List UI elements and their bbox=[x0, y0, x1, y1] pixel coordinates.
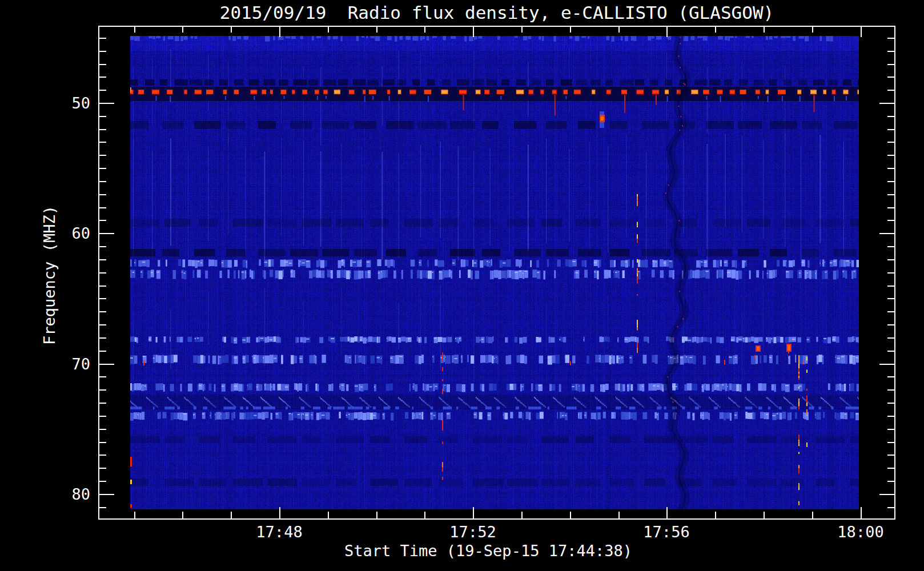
y-axis-minor-tick-right bbox=[887, 246, 895, 247]
y-axis-minor-tick-right bbox=[887, 51, 895, 52]
x-axis-major-tick bbox=[666, 507, 668, 518]
y-axis-minor-tick bbox=[98, 64, 106, 65]
y-axis-minor-tick-right bbox=[887, 272, 895, 274]
x-axis-minor-tick bbox=[376, 512, 377, 518]
y-axis-minor-tick bbox=[98, 116, 106, 117]
y-tick-label: 50 bbox=[33, 94, 90, 112]
y-axis-minor-tick bbox=[98, 207, 106, 208]
y-axis-major-tick bbox=[98, 233, 114, 234]
y-axis-minor-tick bbox=[98, 168, 106, 169]
x-axis-major-tick-top bbox=[473, 26, 474, 37]
x-axis-label: Start Time (19-Sep-15 17:44:38) bbox=[317, 542, 660, 560]
x-axis-minor-tick bbox=[134, 512, 135, 518]
y-axis-minor-tick bbox=[98, 337, 106, 339]
y-axis-minor-tick bbox=[98, 90, 106, 91]
x-axis-major-tick bbox=[473, 507, 474, 518]
y-axis-minor-tick-right bbox=[887, 507, 895, 508]
x-axis-major-tick-top bbox=[666, 26, 668, 37]
x-axis-minor-tick bbox=[424, 512, 425, 518]
y-axis-minor-tick bbox=[98, 376, 106, 377]
x-axis-minor-tick bbox=[812, 512, 813, 518]
y-axis-minor-tick-right bbox=[887, 64, 895, 65]
y-axis-minor-tick bbox=[98, 507, 106, 508]
x-axis-minor-tick bbox=[182, 512, 183, 518]
y-axis-minor-tick bbox=[98, 298, 106, 299]
y-axis-major-tick-right bbox=[879, 103, 895, 104]
y-axis-minor-tick bbox=[98, 324, 106, 325]
y-axis-minor-tick-right bbox=[887, 311, 895, 312]
y-axis-major-tick-right bbox=[879, 364, 895, 365]
x-axis-minor-tick-top bbox=[328, 26, 329, 33]
y-axis-minor-tick-right bbox=[887, 129, 895, 130]
x-axis-minor-tick-top bbox=[570, 26, 571, 33]
y-axis-major-tick bbox=[98, 103, 114, 104]
y-axis-minor-tick bbox=[98, 38, 106, 39]
x-axis-minor-tick bbox=[764, 512, 765, 518]
y-axis-minor-tick-right bbox=[887, 442, 895, 443]
y-axis-minor-tick-right bbox=[887, 90, 895, 91]
x-axis-minor-tick-top bbox=[618, 26, 620, 33]
y-axis-minor-tick bbox=[98, 272, 106, 274]
y-axis-minor-tick bbox=[98, 429, 106, 430]
y-axis-minor-tick-right bbox=[887, 194, 895, 195]
x-axis-major-tick bbox=[861, 507, 862, 518]
y-axis-minor-tick-right bbox=[887, 38, 895, 39]
y-axis-minor-tick-right bbox=[887, 324, 895, 325]
y-axis-minor-tick bbox=[98, 286, 106, 287]
y-axis-minor-tick-right bbox=[887, 207, 895, 208]
y-axis-major-tick-right bbox=[879, 233, 895, 234]
y-axis-label: Frequency (MHZ) bbox=[41, 190, 60, 361]
x-axis-minor-tick bbox=[521, 512, 523, 518]
x-axis-minor-tick-top bbox=[182, 26, 183, 33]
y-axis-minor-tick-right bbox=[887, 376, 895, 377]
y-axis-minor-tick-right bbox=[887, 351, 895, 352]
y-axis-minor-tick-right bbox=[887, 416, 895, 417]
y-axis-minor-tick bbox=[98, 77, 106, 78]
y-axis-minor-tick bbox=[98, 403, 106, 404]
y-axis-minor-tick bbox=[98, 351, 106, 352]
y-axis-minor-tick bbox=[98, 220, 106, 221]
y-axis-minor-tick bbox=[98, 142, 106, 143]
x-tick-label: 17:56 bbox=[621, 523, 712, 541]
y-axis-minor-tick-right bbox=[887, 389, 895, 391]
x-axis-minor-tick bbox=[618, 512, 620, 518]
y-axis-minor-tick bbox=[98, 259, 106, 260]
spectrogram-figure: 2015/09/19 Radio flux density, e-CALLIST… bbox=[0, 0, 924, 571]
y-axis-minor-tick bbox=[98, 442, 106, 443]
y-axis-minor-tick-right bbox=[887, 142, 895, 143]
x-axis-major-tick-top bbox=[861, 26, 862, 37]
x-tick-label: 17:52 bbox=[427, 523, 519, 541]
x-axis-minor-tick-top bbox=[231, 26, 232, 33]
y-axis-minor-tick bbox=[98, 481, 106, 482]
y-axis-minor-tick bbox=[98, 129, 106, 130]
y-axis-minor-tick-right bbox=[887, 403, 895, 404]
y-axis-minor-tick bbox=[98, 455, 106, 456]
x-tick-label: 18:00 bbox=[815, 523, 906, 541]
y-axis-minor-tick bbox=[98, 51, 106, 52]
y-axis-minor-tick-right bbox=[887, 468, 895, 469]
x-axis-minor-tick-top bbox=[715, 26, 716, 33]
x-axis-minor-tick-top bbox=[424, 26, 425, 33]
y-axis-minor-tick-right bbox=[887, 168, 895, 169]
y-axis-minor-tick-right bbox=[887, 259, 895, 260]
y-axis-minor-tick bbox=[98, 389, 106, 391]
y-axis-minor-tick-right bbox=[887, 116, 895, 117]
y-axis-major-tick bbox=[98, 494, 114, 495]
chart-title: 2015/09/19 Radio flux density, e-CALLIST… bbox=[98, 2, 895, 23]
x-axis-major-tick bbox=[279, 507, 280, 518]
y-axis-minor-tick-right bbox=[887, 286, 895, 287]
x-axis-minor-tick-top bbox=[134, 26, 135, 33]
x-axis-minor-tick bbox=[328, 512, 329, 518]
y-axis-minor-tick-right bbox=[887, 77, 895, 78]
y-axis-major-tick bbox=[98, 364, 114, 365]
y-axis-minor-tick-right bbox=[887, 481, 895, 482]
y-axis-minor-tick bbox=[98, 416, 106, 417]
spectrogram-canvas bbox=[130, 36, 859, 509]
x-axis-minor-tick bbox=[231, 512, 232, 518]
y-axis-minor-tick bbox=[98, 311, 106, 312]
y-axis-minor-tick-right bbox=[887, 155, 895, 156]
y-axis-minor-tick-right bbox=[887, 455, 895, 456]
x-axis-minor-tick-top bbox=[376, 26, 377, 33]
y-axis-minor-tick bbox=[98, 181, 106, 182]
y-axis-major-tick-right bbox=[879, 494, 895, 495]
